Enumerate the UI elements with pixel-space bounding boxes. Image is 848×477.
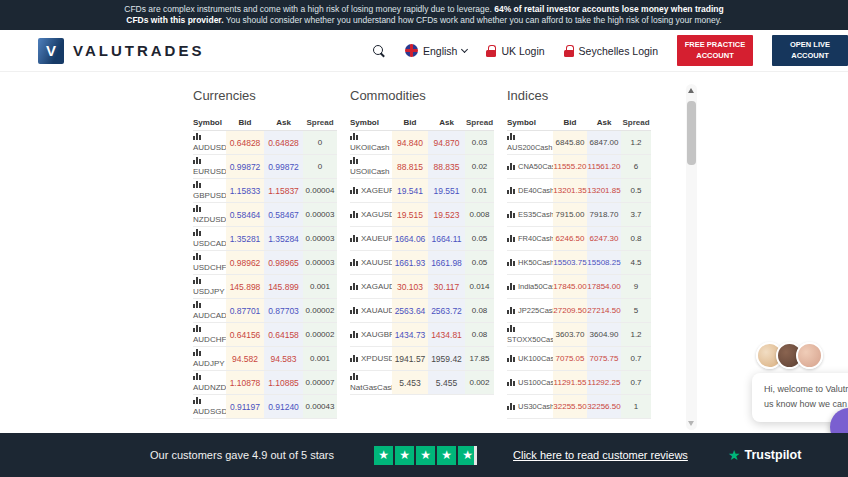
ask-value: 88.835 — [428, 155, 465, 178]
open-live-account-button[interactable]: OPEN LIVE ACCOUNT — [772, 35, 848, 65]
bar-chart-icon — [507, 307, 515, 314]
spread-value: 0.8 — [621, 227, 651, 250]
bid-value: 1.15833 — [226, 179, 264, 202]
symbol-label: NZDUSD — [193, 215, 226, 224]
table-row[interactable]: NZDUSD0.584640.584670.00003 — [193, 203, 337, 227]
symbol-cell: XAUAUD — [350, 299, 392, 322]
bid-value: 27209.50 — [553, 299, 587, 322]
bar-chart-icon — [350, 187, 358, 194]
table-row[interactable]: NatGasCash5.4535.4550.002 — [350, 371, 494, 395]
seychelles-login-link[interactable]: Seychelles Login — [564, 45, 658, 57]
table-row[interactable]: USDJPY145.898145.8990.001 — [193, 275, 337, 299]
table-row[interactable]: XAUEUR1664.061664.110.05 — [350, 227, 494, 251]
table-row[interactable]: DE40Cash13201.3513201.850.5 — [507, 179, 651, 203]
table-row[interactable]: AUS200Cash6845.806847.001.2 — [507, 131, 651, 155]
table-row[interactable]: XAGEUR19.54119.5510.01 — [350, 179, 494, 203]
symbol-label: USOilCash — [350, 167, 392, 176]
spread-value: 0.7 — [621, 347, 651, 370]
uk-login-link[interactable]: UK Login — [486, 45, 544, 57]
uk-login-label: UK Login — [501, 45, 544, 57]
ask-value: 5.455 — [428, 371, 465, 394]
seychelles-login-label: Seychelles Login — [579, 45, 658, 57]
market-watch-panel: CurrenciesSymbolBidAskSpreadAUDUSD0.6482… — [0, 72, 848, 433]
bid-value: 7075.05 — [553, 347, 587, 370]
support-agent-avatars — [756, 342, 848, 369]
table-row[interactable]: AUDNZD1.108781.108850.00007 — [193, 371, 337, 395]
table-row[interactable]: GBPUSD1.158331.158370.00004 — [193, 179, 337, 203]
ask-value: 1664.11 — [428, 227, 465, 250]
spread-value: 0.05 — [465, 251, 494, 274]
table-row[interactable]: XAUUSD1661.931661.980.05 — [350, 251, 494, 275]
search-icon[interactable] — [372, 44, 386, 58]
table-row[interactable]: USOilCash88.81588.8350.02 — [350, 155, 494, 179]
column-header-bid: Bid — [226, 114, 264, 130]
logo-v-icon: V — [38, 38, 64, 64]
symbol-cell: GBPUSD — [193, 179, 226, 202]
table-row[interactable]: AUDCAD0.877010.877030.00002 — [193, 299, 337, 323]
trustpilot-star-box: ★ — [416, 446, 435, 465]
table-row[interactable]: STOXX50Cash3603.703604.901.2 — [507, 323, 651, 347]
language-selector[interactable]: English — [405, 44, 467, 57]
table-row[interactable]: AUDCHF0.641560.641580.00002 — [193, 323, 337, 347]
free-practice-account-button[interactable]: FREE PRACTICE ACCOUNT — [677, 35, 753, 65]
language-label: English — [423, 45, 457, 57]
table-row[interactable]: JP225Cash27209.5027214.505 — [507, 299, 651, 323]
symbol-cell: AUDCAD — [193, 299, 226, 322]
symbol-label: XAUGBP — [361, 330, 394, 339]
symbol-cell: EURUSD — [193, 155, 226, 178]
table-row[interactable]: AUDSGD0.911970.912400.00043 — [193, 395, 337, 419]
table-title: Currencies — [193, 88, 337, 103]
table-row[interactable]: FR40Cash6246.506247.300.8 — [507, 227, 651, 251]
table-row[interactable]: XAGUSD19.51519.5230.008 — [350, 203, 494, 227]
spread-value: 0.00003 — [303, 227, 337, 250]
market-table-commodities: CommoditiesSymbolBidAskSpreadUKOilCash94… — [350, 88, 494, 419]
table-row[interactable]: UKOilCash94.84094.8700.03 — [350, 131, 494, 155]
symbol-label: ES35Cash — [518, 210, 554, 219]
scroll-up-arrow-icon[interactable] — [688, 88, 694, 93]
table-row[interactable]: EURUSD0.998720.998720 — [193, 155, 337, 179]
scrollbar-thumb[interactable] — [687, 101, 696, 165]
ask-value: 11292.25 — [587, 371, 621, 394]
table-row[interactable]: India50Cash17845.0017854.009 — [507, 275, 651, 299]
table-row[interactable]: US100Cash11291.5511292.250.7 — [507, 371, 651, 395]
table-row[interactable]: CNA50Cash11555.2011561.206 — [507, 155, 651, 179]
table-row[interactable]: AUDJPY94.58294.5830.001 — [193, 347, 337, 371]
symbol-label: AUDJPY — [193, 359, 226, 368]
table-row[interactable]: ES35Cash7915.007918.703.7 — [507, 203, 651, 227]
ask-value: 13201.85 — [587, 179, 621, 202]
table-row[interactable]: US30Cash32255.5032256.501 — [507, 395, 651, 419]
table-row[interactable]: USDCHF0.989620.989650.00003 — [193, 251, 337, 275]
table-row[interactable]: XPDUSD1941.571959.4217.85 — [350, 347, 494, 371]
symbol-label: AUDUSD — [193, 143, 227, 152]
scroll-down-arrow-icon[interactable] — [688, 421, 694, 426]
valutrades-logo[interactable]: V VALUTRADES — [38, 38, 204, 64]
vertical-scrollbar[interactable] — [686, 84, 697, 430]
risk-text-2: You should consider whether you understa… — [224, 15, 722, 25]
trustpilot-wordmark: Trustpilot — [744, 448, 801, 462]
table-row[interactable]: HK50Cash15503.7515508.254.5 — [507, 251, 651, 275]
ask-value: 11561.20 — [587, 155, 621, 178]
bid-value: 1.10878 — [226, 371, 264, 394]
logo-letter: V — [46, 42, 56, 59]
column-header-bid: Bid — [392, 114, 428, 130]
spread-value: 0.001 — [303, 275, 337, 298]
symbol-cell: AUS200Cash — [507, 131, 553, 154]
bid-value: 1434.73 — [392, 323, 428, 346]
symbol-label: US30Cash — [518, 402, 554, 411]
table-row[interactable]: USDCAD1.352811.352840.00003 — [193, 227, 337, 251]
bar-chart-icon — [507, 235, 515, 242]
table-row[interactable]: XAUAUD2563.642563.720.08 — [350, 299, 494, 323]
table-row[interactable]: UK100Cash7075.057075.750.7 — [507, 347, 651, 371]
table-row[interactable]: XAUGBP1434.731434.810.08 — [350, 323, 494, 347]
ask-value: 1.35284 — [264, 227, 303, 250]
spread-value: 0.014 — [465, 275, 494, 298]
ask-value: 0.64828 — [264, 131, 303, 154]
table-row[interactable]: XAGAUD30.10330.1170.014 — [350, 275, 494, 299]
risk-text-1: CFDs are complex instruments and come wi… — [124, 4, 494, 14]
spread-value: 0.00007 — [303, 371, 337, 394]
bid-value: 2563.64 — [392, 299, 428, 322]
table-row[interactable]: AUDUSD0.648280.648280 — [193, 131, 337, 155]
symbol-cell: USDCAD — [193, 227, 226, 250]
customer-reviews-link[interactable]: Click here to read customer reviews — [513, 449, 688, 461]
symbol-label: XPDUSD — [361, 354, 394, 363]
